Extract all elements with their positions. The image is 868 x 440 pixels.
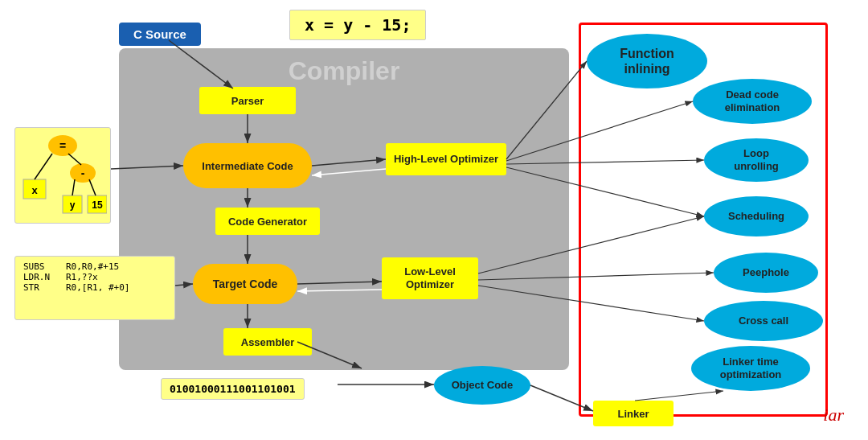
high-level-optimizer-box: High-Level Optimizer <box>386 143 506 175</box>
opt-dead-code: Dead code elimination <box>693 79 812 124</box>
svg-text:x: x <box>31 184 38 196</box>
parser-box: Parser <box>199 87 296 114</box>
opt-linker-time: Linker time optimization <box>691 346 810 391</box>
binary-code: 01001000111001101001 <box>161 378 305 400</box>
svg-line-11 <box>68 154 81 165</box>
linker-box: Linker <box>593 401 674 426</box>
svg-text:15: 15 <box>92 199 103 211</box>
target-code-pill: Target Code <box>193 264 297 304</box>
compiler-label: Compiler <box>119 56 569 86</box>
opt-loop-unrolling: Loop unrolling <box>704 138 809 182</box>
code-generator-box: Code Generator <box>215 208 320 235</box>
svg-text:-: - <box>81 167 85 179</box>
svg-line-12 <box>72 179 75 195</box>
object-code-ellipse: Object Code <box>434 366 530 405</box>
asm-text: SUBS R0,R0,#+15 LDR.N R1,??x STR R0,[R1,… <box>23 261 129 293</box>
iar-logo: iar <box>823 405 844 426</box>
assembler-box: Assembler <box>223 328 312 356</box>
c-source-label: C Source <box>119 23 201 46</box>
svg-text:y: y <box>70 199 76 211</box>
equation-box: x = y - 15; <box>289 10 426 40</box>
svg-line-10 <box>35 154 52 179</box>
opt-peephole: Peephole <box>714 253 818 293</box>
opt-scheduling: Scheduling <box>704 196 809 236</box>
compiler-background <box>119 48 569 370</box>
asm-code: SUBS R0,R0,#+15 LDR.N R1,??x STR R0,[R1,… <box>14 256 175 320</box>
low-level-optimizer-box: Low-Level Optimizer <box>382 257 478 299</box>
opt-function-inlining: Function inlining <box>587 34 707 88</box>
diagram-container: { "title": "Compiler Diagram", "equation… <box>0 0 868 440</box>
intermediate-code-pill: Intermediate Code <box>183 143 312 188</box>
ast-tree: = x - y 15 <box>14 127 111 224</box>
svg-line-13 <box>89 179 96 195</box>
opt-cross-call: Cross call <box>704 301 823 341</box>
svg-text:=: = <box>59 139 66 152</box>
